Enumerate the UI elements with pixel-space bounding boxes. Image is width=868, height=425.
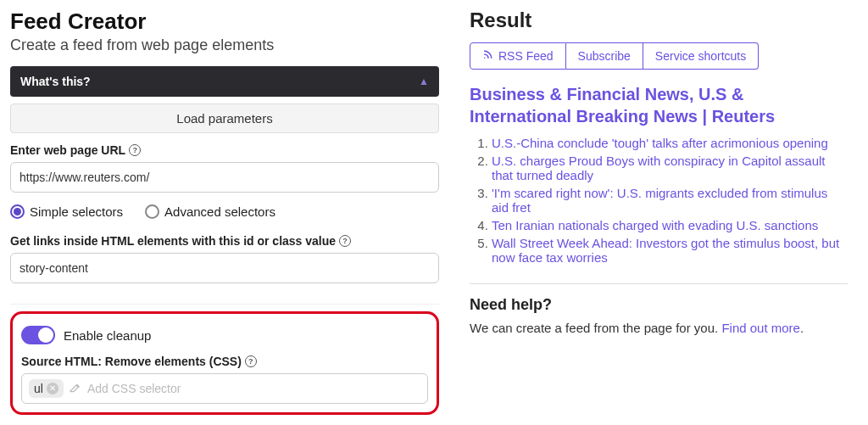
separator bbox=[470, 283, 848, 284]
close-icon[interactable]: ✕ bbox=[47, 383, 58, 394]
feed-source-title[interactable]: Business & Financial News, U.S & Interna… bbox=[470, 83, 848, 127]
eraser-icon[interactable] bbox=[69, 381, 82, 397]
rss-feed-button[interactable]: RSS Feed bbox=[470, 42, 566, 70]
css-chip-label: ul bbox=[34, 382, 43, 395]
whats-this-accordion[interactable]: What's this? ▲ bbox=[10, 66, 439, 97]
whats-this-label: What's this? bbox=[20, 75, 91, 88]
feed-item-link[interactable]: U.S. charges Proud Boys with conspiracy … bbox=[492, 154, 826, 182]
cleanup-highlight-box: Enable cleanup Source HTML: Remove eleme… bbox=[10, 311, 439, 415]
help-icon[interactable]: ? bbox=[129, 144, 141, 156]
need-help-title: Need help? bbox=[470, 296, 848, 314]
radio-unselected-icon bbox=[145, 204, 159, 219]
find-out-more-link[interactable]: Find out more bbox=[721, 321, 800, 335]
help-icon[interactable]: ? bbox=[245, 355, 257, 367]
service-shortcuts-button[interactable]: Service shortcuts bbox=[643, 42, 759, 70]
url-input[interactable] bbox=[10, 162, 439, 193]
enable-cleanup-toggle[interactable] bbox=[21, 326, 55, 344]
result-title: Result bbox=[470, 8, 848, 32]
url-field-label: Enter web page URL ? bbox=[10, 143, 439, 157]
help-icon[interactable]: ? bbox=[339, 235, 351, 247]
links-label-text: Get links inside HTML elements with this… bbox=[10, 234, 336, 248]
list-item: 'I'm scared right now': U.S. migrants ex… bbox=[492, 186, 848, 215]
links-field-label: Get links inside HTML elements with this… bbox=[10, 234, 439, 248]
simple-selectors-label: Simple selectors bbox=[30, 204, 123, 219]
list-item: U.S. charges Proud Boys with conspiracy … bbox=[492, 154, 848, 182]
simple-selectors-radio[interactable]: Simple selectors bbox=[10, 204, 123, 219]
advanced-selectors-radio[interactable]: Advanced selectors bbox=[145, 204, 275, 219]
feed-item-link[interactable]: Wall Street Week Ahead: Investors got th… bbox=[492, 236, 839, 265]
need-help-text: We can create a feed from the page for y… bbox=[470, 321, 848, 335]
subscribe-button[interactable]: Subscribe bbox=[566, 42, 643, 70]
feed-item-link[interactable]: U.S.-China conclude 'tough' talks after … bbox=[492, 136, 828, 150]
page-subtitle: Create a feed from web page elements bbox=[10, 36, 439, 54]
enable-cleanup-label: Enable cleanup bbox=[64, 328, 151, 343]
css-chip-ul[interactable]: ul ✕ bbox=[29, 379, 64, 398]
svg-point-0 bbox=[484, 57, 486, 59]
chevron-up-icon: ▲ bbox=[419, 75, 429, 87]
rss-feed-label: RSS Feed bbox=[498, 49, 554, 63]
list-item: Ten Iranian nationals charged with evadi… bbox=[492, 218, 848, 232]
list-item: Wall Street Week Ahead: Investors got th… bbox=[492, 236, 848, 265]
url-label-text: Enter web page URL bbox=[10, 143, 125, 157]
page-title: Feed Creator bbox=[10, 8, 439, 35]
feed-item-link[interactable]: 'I'm scared right now': U.S. migrants ex… bbox=[492, 186, 827, 215]
period: . bbox=[800, 321, 804, 335]
radio-selected-icon bbox=[10, 204, 25, 219]
rss-icon bbox=[482, 49, 493, 63]
list-item: U.S.-China conclude 'tough' talks after … bbox=[492, 136, 848, 150]
css-selector-input[interactable]: ul ✕ Add CSS selector bbox=[21, 373, 428, 404]
subscribe-label: Subscribe bbox=[578, 49, 631, 63]
service-shortcuts-label: Service shortcuts bbox=[655, 49, 746, 63]
separator bbox=[10, 304, 439, 305]
links-input[interactable] bbox=[10, 253, 439, 283]
need-help-body: We can create a feed from the page for y… bbox=[470, 321, 721, 335]
feed-item-link[interactable]: Ten Iranian nationals charged with evadi… bbox=[492, 218, 818, 232]
css-placeholder: Add CSS selector bbox=[87, 382, 181, 395]
feed-item-list: U.S.-China conclude 'tough' talks after … bbox=[470, 136, 848, 265]
advanced-selectors-label: Advanced selectors bbox=[164, 204, 275, 219]
remove-elements-label: Source HTML: Remove elements (CSS) ? bbox=[21, 355, 428, 368]
load-parameters-button[interactable]: Load parameters bbox=[10, 103, 439, 133]
result-button-row: RSS Feed Subscribe Service shortcuts bbox=[470, 42, 848, 70]
remove-elements-label-text: Source HTML: Remove elements (CSS) bbox=[21, 355, 242, 368]
